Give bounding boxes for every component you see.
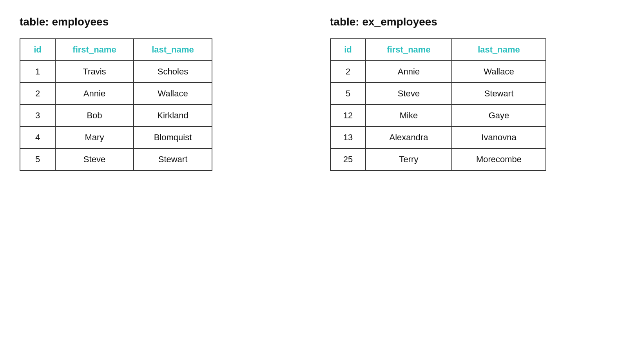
cell-last-name: Ivanovna bbox=[452, 127, 546, 148]
cell-id: 13 bbox=[330, 127, 366, 148]
cell-first-name: Bob bbox=[55, 105, 134, 127]
cell-id: 2 bbox=[330, 61, 366, 83]
ex-employees-header-row: id first_name last_name bbox=[330, 39, 546, 61]
cell-first-name: Mike bbox=[366, 105, 452, 127]
ex-employees-col-first-name: first_name bbox=[366, 39, 452, 61]
ex-employees-table: id first_name last_name 2 Annie Wallace … bbox=[330, 38, 546, 171]
cell-id: 3 bbox=[20, 105, 55, 127]
cell-id: 5 bbox=[20, 148, 55, 170]
ex-employees-col-last-name: last_name bbox=[452, 39, 546, 61]
table-row: 12 Mike Gaye bbox=[330, 105, 546, 127]
employees-section: table: employees id first_name last_name… bbox=[20, 16, 212, 171]
ex-employees-col-id: id bbox=[330, 39, 366, 61]
table-row: 25 Terry Morecombe bbox=[330, 148, 546, 170]
cell-id: 12 bbox=[330, 105, 366, 127]
cell-last-name: Blomquist bbox=[134, 127, 212, 148]
cell-first-name: Steve bbox=[55, 148, 134, 170]
cell-last-name: Morecombe bbox=[452, 148, 546, 170]
cell-last-name: Wallace bbox=[134, 83, 212, 105]
cell-first-name: Travis bbox=[55, 61, 134, 83]
ex-employees-section: table: ex_employees id first_name last_n… bbox=[330, 16, 546, 171]
table-row: 4 Mary Blomquist bbox=[20, 127, 212, 148]
table-row: 5 Steve Stewart bbox=[20, 148, 212, 170]
employees-title: table: employees bbox=[20, 16, 212, 28]
cell-first-name: Steve bbox=[366, 83, 452, 105]
employees-col-first-name: first_name bbox=[55, 39, 134, 61]
cell-id: 25 bbox=[330, 148, 366, 170]
employees-col-last-name: last_name bbox=[134, 39, 212, 61]
cell-last-name: Stewart bbox=[134, 148, 212, 170]
page-container: table: employees id first_name last_name… bbox=[0, 0, 627, 187]
table-row: 2 Annie Wallace bbox=[20, 83, 212, 105]
table-row: 13 Alexandra Ivanovna bbox=[330, 127, 546, 148]
cell-last-name: Wallace bbox=[452, 61, 546, 83]
cell-last-name: Gaye bbox=[452, 105, 546, 127]
cell-first-name: Terry bbox=[366, 148, 452, 170]
cell-last-name: Kirkland bbox=[134, 105, 212, 127]
cell-first-name: Annie bbox=[366, 61, 452, 83]
cell-id: 1 bbox=[20, 61, 55, 83]
cell-last-name: Stewart bbox=[452, 83, 546, 105]
employees-col-id: id bbox=[20, 39, 55, 61]
employees-table: id first_name last_name 1 Travis Scholes… bbox=[20, 38, 212, 171]
cell-last-name: Scholes bbox=[134, 61, 212, 83]
cell-id: 2 bbox=[20, 83, 55, 105]
ex-employees-title: table: ex_employees bbox=[330, 16, 546, 28]
cell-id: 4 bbox=[20, 127, 55, 148]
employees-header-row: id first_name last_name bbox=[20, 39, 212, 61]
cell-id: 5 bbox=[330, 83, 366, 105]
cell-first-name: Alexandra bbox=[366, 127, 452, 148]
cell-first-name: Mary bbox=[55, 127, 134, 148]
table-row: 1 Travis Scholes bbox=[20, 61, 212, 83]
table-row: 3 Bob Kirkland bbox=[20, 105, 212, 127]
cell-first-name: Annie bbox=[55, 83, 134, 105]
table-row: 2 Annie Wallace bbox=[330, 61, 546, 83]
table-row: 5 Steve Stewart bbox=[330, 83, 546, 105]
